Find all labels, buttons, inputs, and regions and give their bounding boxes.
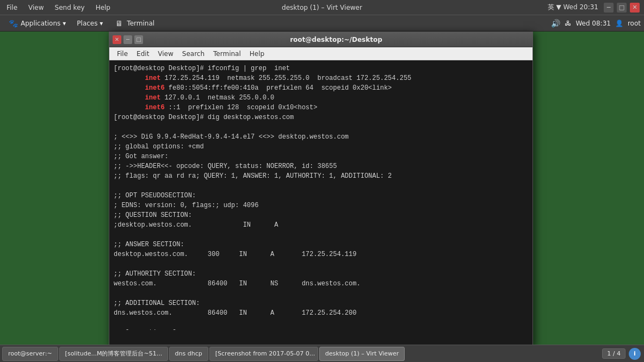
speaker-icon[interactable]: 🔊 [551,19,560,28]
outer-menu-view[interactable]: View [26,3,46,13]
terminal-title: root@desktop:~/Desktop [143,36,529,43]
panel-time: Wed 08:31 [575,20,611,27]
taskbar-item-dns-label: dns dhcp [175,350,202,357]
terminal-maximize-button[interactable]: □ [134,35,143,44]
terminal-line: ;; global options: +cmd [114,142,528,152]
terminal-taskbutton[interactable]: 🖥 Terminal [109,17,159,30]
outer-win-controls: ─ □ ✕ [604,3,640,13]
terminal-line: ;; flags: qr aa rd ra; QUERY: 1, ANSWER:… [114,171,528,181]
terminal-label: Terminal [127,20,154,27]
taskbar-info-button[interactable]: i [629,348,641,360]
taskbar-item-blog[interactable]: [solitude...M的博客管理后台~51... [59,347,168,361]
gnome-panel-right: 🔊 🖧 Wed 08:31 👤 root [551,19,641,28]
taskbar-page: 1 / 4 [602,348,626,359]
outer-titlebar-left: File View Send key Help [4,3,113,13]
terminal-line: inet 172.25.254.119 netmask 255.255.255.… [114,73,528,83]
terminal-line [114,289,528,298]
outer-titlebar-right: 英 ▼ Wed 20:31 ─ □ ✕ [548,3,640,13]
outer-minimize-button[interactable]: ─ [604,3,614,13]
term-menu-help[interactable]: Help [246,49,268,59]
term-menu-file[interactable]: File [114,49,131,59]
term-menu-edit[interactable]: Edit [133,49,152,59]
terminal-line: ;; QUESTION SECTION: [114,210,528,220]
places-label: Places [77,20,97,27]
terminal-line [114,230,528,240]
taskbar-item-virtviewer[interactable]: desktop (1) – Virt Viewer [319,347,405,361]
outer-menu-file[interactable]: File [4,3,20,13]
terminal-content[interactable]: [root@desktop Desktop]# ifconfig | grep … [109,60,532,330]
applications-arrow: ▾ [63,20,66,27]
terminal-line: ; EDNS: version: 0, flags:; udp: 4096 [114,201,528,210]
terminal-line: inet6 ::1 prefixlen 128 scopeid 0x10<hos… [114,103,528,113]
taskbar-item-screenshot-label: [Screenshot from 2017-05-07 0... [215,350,315,357]
taskbar-item-blog-label: [solitude...M的博客管理后台~51... [65,349,163,358]
terminal-minimize-button[interactable]: ─ [123,35,132,44]
terminal-line: ;; ADDITIONAL SECTION: [114,298,528,308]
terminal-line: westos.com. 86400 IN NS dns.westos.com. [114,279,528,289]
network-icon[interactable]: 🖧 [565,20,571,27]
terminal-line [114,181,528,191]
places-arrow: ▾ [100,20,103,27]
outer-titlebar-title: desktop (1) – Virt Viewer [282,4,362,11]
taskbar-right: 1 / 4 i [602,348,641,360]
terminal-icon: 🖥 [114,18,125,29]
terminal-close-button[interactable]: ✕ [113,35,121,44]
terminal-line: [root@desktop Desktop]# ifconfig | grep … [114,64,528,73]
outer-topright-text: 英 ▼ Wed 20:31 [548,3,598,12]
terminal-line: inet6 fe80::5054:ff:fe00:410a prefixlen … [114,83,528,93]
terminal-line: ; <<>> DiG 9.9.4-RedHat-9.9.4-14.el7 <<>… [114,132,528,142]
term-menu-view[interactable]: View [154,49,176,59]
terminal-line [114,122,528,132]
gnome-panel: 🐾 Applications ▾ Places ▾ 🖥 Terminal 🔊 🖧… [0,15,644,32]
outer-maximize-button[interactable]: □ [617,3,627,13]
term-menu-search[interactable]: Search [179,49,208,59]
terminal-line: ;; Got answer: [114,152,528,161]
terminal-line: ;; OPT PSEUDOSECTION: [114,191,528,201]
terminal-line: ;; Query time: 0 msec [114,328,528,330]
panel-root-icon: 👤 [615,20,623,27]
terminal-line: ;; AUTHORITY SECTION: [114,269,528,279]
applications-label: Applications [21,20,60,27]
taskbar-item-virtviewer-label: desktop (1) – Virt Viewer [325,350,399,357]
terminal-menubar: File Edit View Search Terminal Help [109,47,532,60]
terminal-line: [root@desktop Desktop]# dig desktop.west… [114,113,528,122]
gnome-foot-icon: 🐾 [8,18,18,29]
terminal-line: inet 127.0.0.1 netmask 255.0.0.0 [114,93,528,103]
taskbar-item-screenshot[interactable]: [Screenshot from 2017-05-07 0... [209,347,318,361]
terminal-line: desktop.westos.com. 300 IN A 172.25.254.… [114,249,528,259]
outer-menu-help[interactable]: Help [94,3,113,13]
terminal-line: ;; ANSWER SECTION: [114,240,528,249]
places-menu[interactable]: Places ▾ [72,18,107,28]
terminal-line [114,259,528,269]
terminal-line: ;; ->>HEADER<<- opcode: QUERY, status: N… [114,161,528,171]
taskbar-item-server[interactable]: root@server:~ [2,347,58,361]
terminal-titlebar: ✕ ─ □ root@desktop:~/Desktop [109,32,532,47]
taskbar-item-dns[interactable]: dns dhcp [169,347,208,361]
taskbar-item-server-label: root@server:~ [8,350,52,357]
terminal-window: ✕ ─ □ root@desktop:~/Desktop File Edit V… [109,32,533,347]
outer-close-button[interactable]: ✕ [630,3,640,13]
term-menu-terminal[interactable]: Terminal [210,49,244,59]
outer-menu-sendkey[interactable]: Send key [53,3,87,13]
terminal-win-controls: ✕ ─ □ [113,35,143,44]
taskbar: root@server:~ [solitude...M的博客管理后台~51...… [0,345,644,362]
applications-menu[interactable]: 🐾 Applications ▾ [3,17,70,30]
terminal-line: ;desktop.westos.com. IN A [114,220,528,230]
terminal-line [114,318,528,328]
gnome-panel-left: 🐾 Applications ▾ Places ▾ 🖥 Terminal [3,17,159,30]
terminal-line: dns.westos.com. 86400 IN A 172.25.254.20… [114,308,528,318]
panel-root-label: root [628,20,641,27]
outer-titlebar: File View Send key Help desktop (1) – Vi… [0,0,644,15]
